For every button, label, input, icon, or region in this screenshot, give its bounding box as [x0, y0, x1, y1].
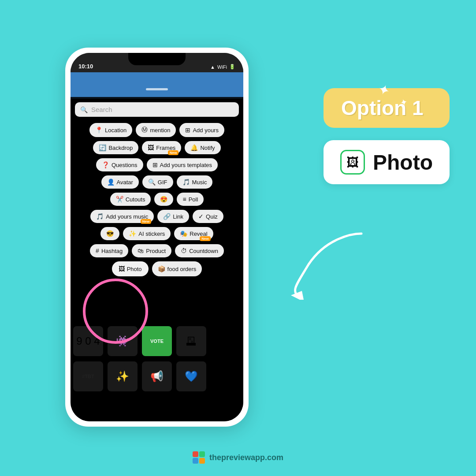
sticker-row-7: 😎 ✨ AI stickers 🎭 Reveal New [75, 227, 239, 240]
photo-card[interactable]: 🖼 Photo [324, 140, 450, 184]
avatar-btn[interactable]: 👤 Avatar [101, 175, 139, 189]
brand-logo-br [199, 458, 205, 464]
brand-logo [193, 451, 205, 464]
sticker-images-row-1: 9 0 4 👾 VOTE 🗳 [71, 323, 243, 360]
sticker-row-1: 📍 Location Ⓜ mention ⊞ Add yours [75, 123, 239, 137]
status-icons: ▲ WiFi 🔋 [210, 64, 235, 70]
food-orders-label: food orders [167, 266, 197, 272]
product-btn[interactable]: 🛍 Product [132, 244, 171, 257]
notify-label: Notify [200, 145, 215, 151]
add-yours-music-icon: 🎵 [96, 213, 104, 220]
search-placeholder: Search [91, 106, 112, 113]
poll-icon: ≡ [182, 196, 186, 203]
photo-card-label: Photo [373, 150, 433, 175]
sticker-thumb-5[interactable]: #TBT [73, 361, 103, 391]
countdown-btn[interactable]: ⏱ Countdown [175, 244, 224, 257]
backdrop-icon: 🔄 [99, 144, 106, 151]
brand-logo-tr [199, 451, 205, 457]
search-icon: 🔍 [80, 106, 88, 113]
questions-label: Questions [112, 162, 138, 168]
countdown-icon: ⏱ [181, 247, 187, 254]
mention-icon: Ⓜ [141, 126, 148, 134]
backdrop-btn[interactable]: 🔄 Backdrop [93, 141, 138, 154]
music-icon: 🎵 [182, 178, 190, 186]
emoji-icon: 😍 [160, 196, 167, 203]
cutouts-label: Cutouts [126, 196, 145, 203]
gif-icon: 🔍 [148, 178, 156, 186]
photo-btn[interactable]: 🖼 Photo [112, 261, 149, 276]
frames-icon: 🖼 [148, 144, 154, 151]
add-yours-templates-btn[interactable]: ⊞ Add yours templates [147, 158, 218, 171]
gif-btn[interactable]: 🔍 GIF [142, 175, 173, 189]
poll-label: Poll [189, 196, 198, 203]
quiz-btn[interactable]: ✓ Quiz [193, 210, 223, 223]
quiz-label: Quiz [206, 213, 218, 220]
svg-marker-0 [291, 291, 304, 300]
sticker-thumb-4[interactable]: 🗳 [176, 326, 206, 356]
food-orders-icon: 📦 [158, 265, 165, 272]
questions-icon: ❓ [102, 161, 109, 168]
location-label: Location [105, 127, 126, 134]
questions-btn[interactable]: ❓ Questions [96, 158, 143, 171]
link-btn[interactable]: 🔗 Link [157, 210, 189, 223]
sticker-row-6: 🎵 Add yours music New 🔗 Link ✓ Quiz [75, 210, 239, 223]
countdown-label: Countdown [189, 248, 218, 254]
status-time: 10:10 [78, 63, 93, 70]
cutouts-btn[interactable]: ✂️ Cutouts [110, 193, 151, 206]
mention-btn[interactable]: Ⓜ mention [136, 123, 176, 137]
sticker-thumb-1[interactable]: 9 0 4 [73, 326, 103, 356]
sticker-row-5: ✂️ Cutouts 😍 ≡ Poll [75, 193, 239, 206]
location-icon: 📍 [95, 126, 103, 134]
frames-btn[interactable]: 🖼 Frames New [142, 141, 181, 154]
quiz-icon: ✓ [198, 213, 204, 220]
photo-card-icon-symbol: 🖼 [346, 155, 359, 170]
sticker-panel: 🔍 Search 📍 Location Ⓜ mention ⊞ Add your… [71, 97, 243, 421]
product-label: Product [146, 248, 166, 254]
add-yours-music-new-badge: New [141, 219, 151, 224]
notify-btn[interactable]: 🔔 Notify [185, 141, 220, 154]
sticker-row-4: 👤 Avatar 🔍 GIF 🎵 Music [75, 175, 239, 189]
arrow-indicator [282, 229, 370, 301]
frames-new-badge: New [168, 150, 178, 155]
emoji2-btn[interactable]: 😎 [100, 227, 119, 240]
add-yours-templates-icon: ⊞ [152, 161, 158, 168]
add-yours-icon: ⊞ [185, 126, 190, 134]
phone-notch [128, 53, 186, 65]
sticker-thumb-7[interactable]: 📢 [142, 361, 172, 391]
add-yours-music-btn[interactable]: 🎵 Add yours music New [90, 210, 154, 223]
reveal-btn[interactable]: 🎭 Reveal New [174, 227, 213, 240]
emoji-btn[interactable]: 😍 [154, 193, 173, 206]
link-label: Link [173, 213, 183, 220]
photo-label: Photo [127, 266, 142, 272]
hashtag-btn[interactable]: # Hashtag [90, 244, 128, 257]
sticker-row-3: ❓ Questions ⊞ Add yours templates [75, 158, 239, 171]
music-btn[interactable]: 🎵 Music [177, 175, 213, 189]
brand-url: thepreviewapp.com [209, 453, 283, 462]
food-orders-btn[interactable]: 📦 food orders [152, 261, 202, 276]
sticker-thumb-6[interactable]: ✨ [108, 361, 138, 391]
right-panel: Option 1 🖼 Photo [324, 88, 450, 184]
option1-label: Option 1 [341, 97, 424, 119]
branding: thepreviewapp.com [193, 451, 283, 464]
blue-header [71, 72, 243, 99]
ai-stickers-icon: ✨ [129, 230, 136, 237]
avatar-label: Avatar [117, 179, 133, 186]
phone-mockup: 10:10 ▲ WiFi 🔋 🔍 Search 📍 Location [65, 48, 249, 427]
location-btn[interactable]: 📍 Location [89, 123, 132, 137]
sticker-thumb-2[interactable]: 👾 [108, 326, 138, 356]
search-bar[interactable]: 🔍 Search [75, 102, 239, 117]
handle-bar [146, 88, 168, 90]
sticker-thumb-8[interactable]: 💙 [176, 361, 206, 391]
notify-icon: 🔔 [190, 144, 198, 151]
sticker-thumb-3[interactable]: VOTE [142, 326, 172, 356]
poll-btn[interactable]: ≡ Poll [177, 193, 204, 206]
brand-logo-bl [193, 458, 198, 464]
avatar-icon: 👤 [107, 178, 115, 186]
add-yours-btn[interactable]: ⊞ Add yours [179, 123, 224, 137]
ai-stickers-btn[interactable]: ✨ AI stickers [123, 227, 171, 240]
photo-icon: 🖼 [119, 265, 125, 272]
link-icon: 🔗 [163, 213, 171, 220]
add-yours-label: Add yours [193, 127, 219, 134]
hashtag-label: Hashtag [101, 248, 123, 254]
sticker-images-row-2: #TBT ✨ 📢 💙 [71, 358, 243, 395]
